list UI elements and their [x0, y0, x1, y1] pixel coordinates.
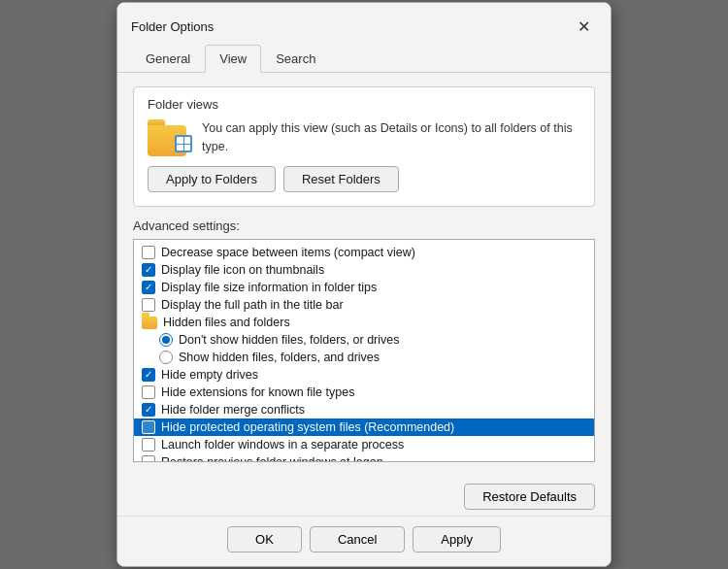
advanced-settings-list[interactable]: Decrease space between items (compact vi…	[133, 239, 595, 462]
folder-views-description: You can apply this view (such as Details…	[202, 119, 580, 156]
advanced-label: Advanced settings:	[133, 218, 595, 233]
restore-defaults-section: Restore Defaults	[117, 476, 611, 516]
apply-button[interactable]: Apply	[413, 526, 501, 552]
adv-label-display-full-path: Display the full path in the title bar	[161, 298, 344, 312]
grid-cell-1	[177, 137, 183, 144]
adv-item-hide-folder-merge[interactable]: Hide folder merge conflicts	[134, 401, 594, 418]
adv-label-hide-extensions: Hide extensions for known file types	[161, 385, 354, 399]
adv-item-launch-windows[interactable]: Launch folder windows in a separate proc…	[134, 436, 594, 453]
grid-cell-2	[184, 137, 191, 144]
reset-folders-button[interactable]: Reset Folders	[283, 166, 399, 192]
adv-label-decrease-space: Decrease space between items (compact vi…	[161, 246, 415, 259]
dialog-footer: OK Cancel Apply	[117, 516, 611, 566]
title-bar: Folder Options ✕	[117, 3, 611, 40]
adv-label-dont-show-hidden: Don't show hidden files, folders, or dri…	[179, 333, 400, 347]
adv-item-hide-extensions[interactable]: Hide extensions for known file types	[134, 384, 594, 401]
adv-item-decrease-space[interactable]: Decrease space between items (compact vi…	[134, 244, 594, 261]
folder-views-buttons: Apply to Folders Reset Folders	[148, 166, 580, 192]
checkbox-display-file-size[interactable]	[142, 281, 155, 294]
checkbox-hide-empty-drives[interactable]	[142, 368, 155, 382]
close-button[interactable]: ✕	[570, 13, 597, 40]
adv-label-hide-empty-drives: Hide empty drives	[161, 368, 258, 382]
checkbox-hide-folder-merge[interactable]	[142, 403, 155, 417]
radio-show-hidden[interactable]	[159, 351, 173, 364]
folder-options-dialog: Folder Options ✕ General View Search Fol…	[116, 2, 612, 567]
adv-label-show-hidden: Show hidden files, folders, and drives	[179, 351, 380, 364]
folder-icon-grid	[175, 135, 192, 152]
folder-views-label: Folder views	[148, 97, 580, 112]
checkbox-restore-windows[interactable]	[142, 455, 155, 462]
grid-cell-3	[177, 145, 183, 151]
folder-small-icon	[142, 317, 157, 329]
folder-views-inner: You can apply this view (such as Details…	[148, 119, 580, 156]
apply-to-folders-button[interactable]: Apply to Folders	[148, 166, 276, 192]
adv-label-restore-windows: Restore previous folder windows at logon	[161, 455, 383, 462]
adv-item-display-file-icon[interactable]: Display file icon on thumbnails	[134, 261, 594, 279]
adv-label-launch-windows: Launch folder windows in a separate proc…	[161, 438, 404, 452]
adv-item-hidden-files-folder: Hidden files and folders	[134, 314, 594, 331]
tab-bar: General View Search	[117, 44, 611, 73]
grid-cell-4	[184, 145, 191, 151]
adv-label-hide-folder-merge: Hide folder merge conflicts	[161, 403, 305, 417]
adv-label-display-file-size: Display file size information in folder …	[161, 281, 377, 294]
adv-item-restore-windows[interactable]: Restore previous folder windows at logon	[134, 453, 594, 462]
checkbox-display-full-path[interactable]	[142, 298, 155, 312]
adv-item-hide-protected[interactable]: Hide protected operating system files (R…	[134, 418, 594, 436]
adv-item-show-hidden[interactable]: Show hidden files, folders, and drives	[134, 349, 594, 366]
checkbox-hide-extensions[interactable]	[142, 385, 155, 399]
cancel-button[interactable]: Cancel	[310, 526, 405, 552]
radio-dont-show-hidden[interactable]	[159, 333, 173, 347]
folder-icon	[148, 119, 190, 156]
main-content: Folder views You can apply this view (su…	[117, 73, 611, 476]
restore-defaults-button[interactable]: Restore Defaults	[464, 484, 595, 510]
checkbox-launch-windows[interactable]	[142, 438, 155, 452]
ok-button[interactable]: OK	[227, 526, 302, 552]
checkbox-hide-protected[interactable]	[142, 420, 155, 434]
checkbox-display-file-icon[interactable]	[142, 263, 155, 277]
adv-item-dont-show-hidden[interactable]: Don't show hidden files, folders, or dri…	[134, 331, 594, 349]
folder-views-section: Folder views You can apply this view (su…	[133, 86, 595, 207]
tab-search[interactable]: Search	[261, 45, 330, 73]
adv-label-display-file-icon: Display file icon on thumbnails	[161, 263, 324, 277]
tab-view[interactable]: View	[205, 45, 261, 73]
adv-item-display-file-size[interactable]: Display file size information in folder …	[134, 279, 594, 296]
adv-item-display-full-path[interactable]: Display the full path in the title bar	[134, 296, 594, 314]
adv-item-hide-empty-drives[interactable]: Hide empty drives	[134, 366, 594, 384]
adv-label-hide-protected: Hide protected operating system files (R…	[161, 420, 454, 434]
checkbox-decrease-space[interactable]	[142, 246, 155, 259]
adv-label-hidden-files-folder: Hidden files and folders	[163, 316, 290, 329]
tab-general[interactable]: General	[131, 45, 205, 73]
dialog-title: Folder Options	[131, 19, 214, 34]
